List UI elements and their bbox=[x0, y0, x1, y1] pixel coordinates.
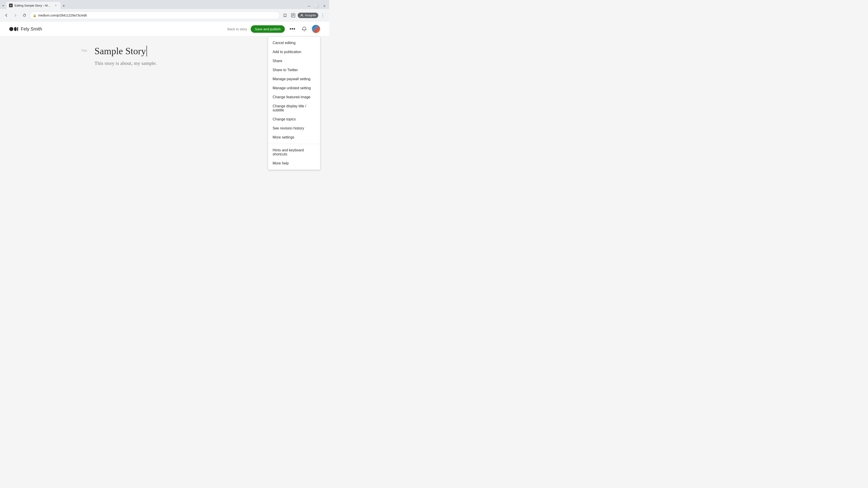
svg-rect-5 bbox=[292, 16, 293, 16]
active-tab[interactable]: M Editing Sample Story – Medium × bbox=[6, 2, 61, 9]
svg-point-8 bbox=[14, 27, 17, 31]
menu-item-share-twitter[interactable]: Share to Twitter bbox=[268, 66, 320, 74]
svg-point-7 bbox=[9, 27, 13, 31]
svg-rect-9 bbox=[17, 27, 18, 31]
svg-rect-3 bbox=[292, 14, 294, 15]
forward-button[interactable] bbox=[12, 12, 19, 19]
menu-item-change-topics[interactable]: Change topics bbox=[268, 115, 320, 124]
medium-logo-icon bbox=[9, 26, 18, 32]
notification-button[interactable] bbox=[300, 25, 308, 33]
more-options-icon: ••• bbox=[289, 26, 296, 31]
new-tab-icon: + bbox=[63, 4, 65, 8]
menu-item-add-publication[interactable]: Add to publication bbox=[268, 47, 320, 57]
story-title[interactable]: Sample Story bbox=[94, 45, 248, 57]
more-options-button[interactable]: ••• bbox=[288, 25, 297, 33]
medium-logo: Fely Smith bbox=[9, 26, 42, 32]
header-actions: Back to story Save and publish ••• bbox=[227, 25, 320, 33]
tab-title: Editing Sample Story – Medium bbox=[14, 4, 52, 7]
tab-list-button[interactable] bbox=[0, 3, 6, 9]
svg-text:M: M bbox=[10, 4, 12, 7]
incognito-label: Incognito bbox=[305, 14, 316, 17]
svg-rect-4 bbox=[292, 15, 294, 15]
menu-item-change-image[interactable]: Change featured image bbox=[268, 93, 320, 102]
minimize-button[interactable]: ─ bbox=[306, 3, 312, 9]
dropdown-menu: Cancel editing Add to publication Share … bbox=[268, 37, 320, 170]
avatar[interactable] bbox=[312, 25, 320, 33]
editor-container: Title Sample Story This story is about, … bbox=[81, 45, 248, 175]
story-title-section: Title Sample Story bbox=[81, 45, 248, 57]
menu-item-revision-history[interactable]: See revision history bbox=[268, 124, 320, 133]
story-subtitle[interactable]: This story is about, my sample. bbox=[94, 60, 248, 66]
browser-menu-button[interactable]: ⋮ bbox=[319, 12, 327, 19]
medium-header: Fely Smith Back to story Save and publis… bbox=[0, 22, 329, 36]
story-title-text: Sample Story bbox=[94, 45, 146, 57]
browser-tab-bar: M Editing Sample Story – Medium × + ─ ⬜ … bbox=[0, 0, 329, 9]
maximize-button[interactable]: ⬜ bbox=[314, 3, 320, 9]
menu-item-share[interactable]: Share bbox=[268, 57, 320, 66]
browser-toolbar: 🔒 medium.com/p/28411229a73c/edit Incogni… bbox=[0, 9, 329, 22]
new-tab-button[interactable]: + bbox=[61, 3, 67, 9]
menu-item-more-settings[interactable]: More settings bbox=[268, 133, 320, 142]
lock-icon: 🔒 bbox=[33, 14, 36, 17]
address-text: medium.com/p/28411229a73c/edit bbox=[38, 13, 277, 17]
close-window-button[interactable]: × bbox=[321, 3, 327, 9]
text-cursor bbox=[147, 46, 147, 57]
menu-item-manage-unlisted[interactable]: Manage unlisted setting bbox=[268, 84, 320, 93]
medium-username: Fely Smith bbox=[21, 26, 42, 32]
menu-item-cancel-editing[interactable]: Cancel editing bbox=[268, 38, 320, 47]
title-label: Title bbox=[81, 45, 90, 53]
refresh-button[interactable] bbox=[21, 12, 28, 19]
window-controls: ─ ⬜ × bbox=[306, 3, 329, 9]
toolbar-actions: Incognito ⋮ bbox=[281, 12, 327, 19]
address-bar[interactable]: 🔒 medium.com/p/28411229a73c/edit bbox=[30, 12, 280, 19]
save-publish-button[interactable]: Save and publish bbox=[251, 25, 285, 33]
menu-item-change-title[interactable]: Change display title / subtitle bbox=[268, 102, 320, 115]
tab-search-button[interactable] bbox=[289, 12, 297, 19]
back-button[interactable] bbox=[3, 12, 10, 19]
incognito-badge[interactable]: Incognito bbox=[298, 13, 318, 18]
bookmark-button[interactable] bbox=[281, 12, 289, 19]
menu-item-hints-shortcuts[interactable]: Hints and keyboard shortcuts bbox=[268, 146, 320, 159]
page-content: Fely Smith Back to story Save and publis… bbox=[0, 22, 329, 184]
menu-item-more-help[interactable]: More help bbox=[268, 159, 320, 168]
tab-close-button[interactable]: × bbox=[54, 3, 58, 7]
menu-item-manage-paywall[interactable]: Manage paywall setting bbox=[268, 74, 320, 84]
tab-favicon: M bbox=[9, 4, 13, 7]
back-to-story-link[interactable]: Back to story bbox=[227, 27, 247, 31]
